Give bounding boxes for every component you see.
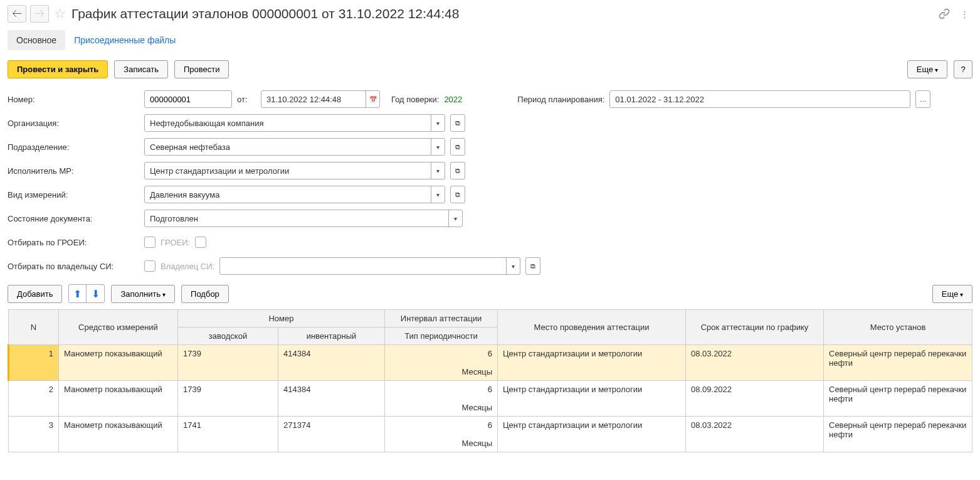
col-number[interactable]: Номер [178, 310, 385, 328]
cell-inventory: 414384 [278, 381, 385, 417]
cell-factory: 1741 [178, 417, 278, 452]
table-row[interactable]: 2 Манометр показывающий 1739 414384 6 Ме… [9, 381, 972, 417]
fill-button[interactable]: Заполнить [111, 285, 175, 303]
cell-install-location: Северный центр перераб перекачки нефти [824, 345, 972, 381]
cell-instrument: Манометр показывающий [59, 417, 178, 452]
move-down-button[interactable]: ⬇ [87, 285, 104, 302]
division-label: Подразделение: [8, 142, 139, 152]
period-value: 01.01.2022 - 31.12.2022 [610, 92, 910, 107]
cell-n: 1 [9, 345, 59, 381]
chevron-down-icon[interactable]: ▾ [506, 258, 520, 274]
cell-install-location: Северный центр перераб перекачки нефти [824, 381, 972, 417]
filter-owner-checkbox[interactable] [144, 260, 155, 272]
executor-label: Исполнитель МР: [8, 166, 139, 176]
division-select[interactable]: Северная нефтебаза ▾ [144, 138, 445, 156]
number-label: Номер: [8, 95, 139, 104]
org-label: Организация: [8, 119, 139, 128]
cell-deadline: 08.09.2022 [686, 381, 824, 417]
groei-checkbox[interactable] [195, 237, 206, 248]
period-input[interactable]: 01.01.2022 - 31.12.2022 [609, 90, 910, 108]
table-row[interactable]: 1 Манометр показывающий 1739 414384 6 Ме… [9, 345, 972, 381]
from-label: от: [237, 95, 256, 104]
cell-instrument: Манометр показывающий [59, 381, 178, 417]
groei-label: ГРОЕИ: [161, 238, 190, 247]
year-value: 2022 [444, 95, 462, 104]
year-label: Год поверки: [391, 95, 439, 104]
doc-state-value: Подготовлен [145, 211, 448, 226]
cell-n: 2 [9, 381, 59, 417]
org-open-button[interactable]: ⧉ [450, 114, 465, 132]
chevron-down-icon[interactable]: ▾ [431, 186, 445, 203]
more-button[interactable]: Еще [907, 60, 947, 78]
col-n[interactable]: N [9, 310, 59, 345]
measurement-type-value: Давления вакуума [145, 188, 431, 202]
nav-forward-button[interactable]: 🡢 [30, 5, 49, 23]
period-label: Период планирования: [517, 95, 604, 104]
nav-back-button[interactable]: 🡠 [8, 5, 26, 23]
date-input[interactable]: 31.10.2022 12:44:48 📅 [261, 90, 380, 108]
post-and-close-button[interactable]: Провести и закрыть [8, 60, 108, 78]
chevron-down-icon[interactable]: ▾ [431, 163, 445, 179]
chevron-down-icon[interactable]: ▾ [431, 139, 445, 155]
col-interval[interactable]: Интервал аттестации [385, 310, 498, 328]
number-input[interactable] [144, 90, 232, 108]
cell-n: 3 [9, 417, 59, 452]
col-instrument[interactable]: Средство измерений [59, 310, 178, 345]
col-location[interactable]: Место проведения аттестации [498, 310, 686, 345]
cell-inventory: 414384 [278, 345, 385, 381]
table-more-button[interactable]: Еще [932, 285, 972, 303]
cell-deadline: 08.03.2022 [686, 345, 824, 381]
col-inventory[interactable]: инвентарный [278, 328, 385, 345]
measurement-type-open-button[interactable]: ⧉ [450, 186, 465, 203]
filter-owner-label: Отбирать по владельцу СИ: [8, 262, 139, 271]
cell-location: Центр стандартизации и метрологии [498, 345, 686, 381]
doc-state-select[interactable]: Подготовлен ▾ [144, 210, 463, 227]
owner-open-button[interactable]: ⧉ [525, 257, 540, 275]
cell-install-location: Северный центр перераб перекачки нефти [824, 417, 972, 452]
tab-attached-files[interactable]: Присоединенные файлы [65, 30, 184, 50]
measurement-type-select[interactable]: Давления вакуума ▾ [144, 186, 445, 203]
owner-select[interactable]: ▾ [219, 257, 520, 275]
cell-factory: 1739 [178, 345, 278, 381]
owner-label: Владелец СИ: [161, 262, 214, 271]
executor-select[interactable]: Центр стандартизации и метрологии ▾ [144, 162, 445, 179]
org-value: Нефтедобывающая компания [145, 116, 431, 131]
measurement-type-label: Вид измерений: [8, 190, 139, 200]
chevron-down-icon[interactable]: ▾ [448, 210, 462, 227]
save-button[interactable]: Записать [114, 60, 168, 78]
move-up-button[interactable]: ⬆ [69, 285, 87, 302]
cell-location: Центр стандартизации и метрологии [498, 417, 686, 452]
org-select[interactable]: Нефтедобывающая компания ▾ [144, 114, 445, 132]
cell-location: Центр стандартизации и метрологии [498, 381, 686, 417]
executor-open-button[interactable]: ⧉ [450, 162, 465, 179]
help-button[interactable]: ? [954, 60, 972, 78]
pick-button[interactable]: Подбор [181, 285, 229, 303]
filter-groei-label: Отбирать по ГРОЕИ: [8, 238, 139, 247]
favorite-star-icon[interactable]: ☆ [53, 6, 68, 21]
col-period-type[interactable]: Тип периодичности [385, 328, 498, 345]
calendar-icon[interactable]: 📅 [366, 91, 379, 107]
cell-deadline: 08.03.2022 [686, 417, 824, 452]
date-value: 31.10.2022 12:44:48 [261, 92, 366, 107]
kebab-menu-icon[interactable]: ⋮ [956, 6, 972, 22]
cell-interval: 6 Месяцы [385, 417, 498, 452]
cell-instrument: Манометр показывающий [59, 345, 178, 381]
col-install-location[interactable]: Место установ [824, 310, 972, 345]
division-open-button[interactable]: ⧉ [450, 138, 465, 156]
page-title: График аттестации эталонов 000000001 от … [71, 6, 932, 21]
col-deadline[interactable]: Срок аттестации по графику [686, 310, 824, 345]
post-button[interactable]: Провести [174, 60, 229, 78]
link-icon[interactable] [936, 6, 952, 22]
tab-main[interactable]: Основное [8, 30, 65, 50]
add-button[interactable]: Добавить [8, 285, 62, 303]
table-row[interactable]: 3 Манометр показывающий 1741 271374 6 Ме… [9, 417, 972, 452]
cell-interval: 6 Месяцы [385, 381, 498, 417]
cell-interval: 6 Месяцы [385, 345, 498, 381]
filter-groei-checkbox[interactable] [144, 237, 155, 248]
division-value: Северная нефтебаза [145, 140, 431, 154]
chevron-down-icon[interactable]: ▾ [431, 115, 445, 131]
period-ellipsis-button[interactable]: … [915, 90, 930, 108]
doc-state-label: Состояние документа: [8, 214, 139, 223]
cell-factory: 1739 [178, 381, 278, 417]
col-factory[interactable]: заводской [178, 328, 278, 345]
